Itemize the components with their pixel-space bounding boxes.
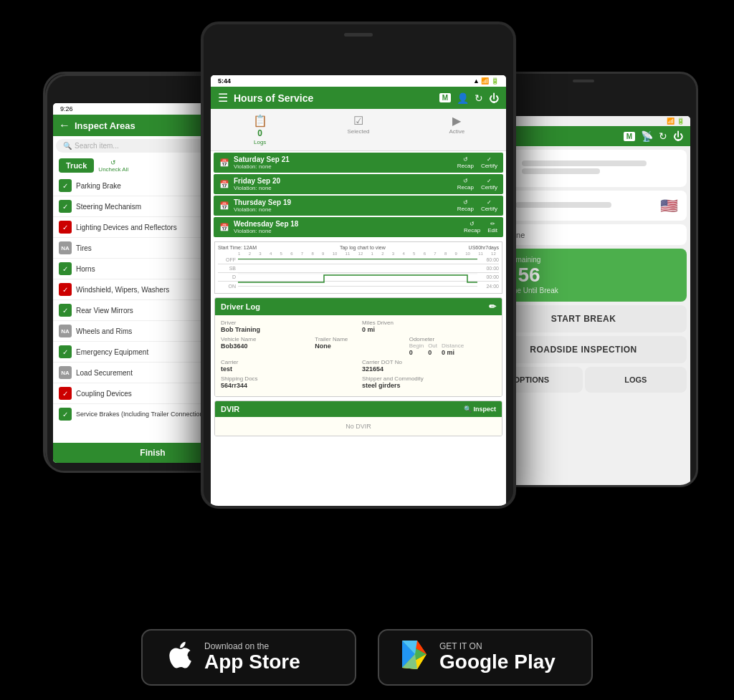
item-icon: ✓ [59,408,72,421]
hos-header: ☰ Hours of Service M 👤 ↻ ⏻ [211,87,506,109]
vehicle-bar [515,202,611,208]
item-icon: ✓ [59,387,72,400]
app-store-text: Download on the App Store [204,641,300,673]
right-icons: 📶 🔋 [667,118,685,125]
profile-info [522,160,678,176]
tab-logs[interactable]: 📋 0 Logs [211,112,309,148]
log-entry[interactable]: 📅 Thursday Sep 19 Violation: none ↺Recap… [214,196,503,216]
recap-icon[interactable]: ↺Recap [457,178,474,191]
certify-icon[interactable]: ✓Certify [481,178,497,191]
tab-active[interactable]: ▶ Active [408,112,506,148]
log-violation: Violation: none [234,206,457,213]
dvir-header: DVIR 🔍 Inspect [215,401,502,417]
uncheck-all-button[interactable]: ↺ Uncheck All [98,159,128,173]
log-entry[interactable]: 📅 Wednesday Sep 18 Violation: none ↺Reca… [214,217,503,237]
center-time: 5:44 [218,77,231,85]
item-label: Emergency Equipment [76,348,148,356]
google-play-large: Google Play [439,651,556,673]
item-label: Tires [76,244,92,252]
menu-icon[interactable]: ☰ [218,91,228,105]
google-play-small: GET IT ON [439,641,556,651]
chart-tap-text: Tap log chart to view [340,245,386,250]
item-icon: ✓ [59,221,72,234]
tab-bar: 📋 0 Logs ☑ Selected ▶ Active [211,109,506,151]
item-icon: ✓ [59,200,72,213]
tab-selected[interactable]: ☑ Selected [309,112,407,148]
hos-exit-icon[interactable]: ⏻ [489,92,499,104]
recap-icon[interactable]: ↺Recap [464,221,480,234]
dvir-body: No DVIR [215,417,502,436]
chart-area[interactable]: Start Time: 12AM Tap log chart to view U… [214,241,502,294]
log-entries: 📅 Saturday Sep 21 Violation: none ↺Recap… [211,151,506,239]
log-date: Thursday Sep 19 [234,198,457,206]
item-label: Load Securement [76,369,133,377]
truck-button[interactable]: Truck [59,158,94,173]
item-label: Coupling Devices [76,390,132,398]
logs-button[interactable]: LOGS [585,367,687,393]
recap-icon[interactable]: ↺Recap [457,199,474,212]
item-label: Windshield, Wipers, Washers [76,286,169,294]
item-label: Wheels and Rims [76,327,132,335]
right-refresh-icon[interactable]: ↻ [659,130,667,142]
right-exit-icon[interactable]: ⏻ [673,130,683,142]
center-status-bar: 5:44 ▲ 📶 🔋 [211,75,506,87]
left-time: 9:26 [60,105,73,112]
profile-sub-bar [522,168,600,174]
item-label: Parking Brake [76,182,121,190]
hos-m-icon: M [439,93,451,102]
google-play-icon [399,639,429,676]
chart-grid: OFF 60:00 SB 00:00 D [218,256,499,290]
item-label: Service Brakes (Including Trailer Connec… [76,411,209,418]
item-icon: NA [59,241,72,254]
driver-log-section: Driver Log ✏ Driver Bob Training Miles D… [214,297,502,397]
chart-start-time: Start Time: 12AM [218,245,257,250]
chart-cycle: US60hr7days [469,245,499,250]
log-violation: Violation: none [234,185,457,191]
item-label: Steering Mechanism [76,203,141,211]
right-wifi-icon: 📡 [641,130,653,142]
item-icon: ✓ [59,304,72,317]
driver-log-body: Driver Bob Training Miles Driven 0 mi Ve… [215,315,502,396]
time-value: 07:56 [489,264,678,287]
log-entry[interactable]: 📅 Friday Sep 20 Violation: none ↺Recap ✓… [214,174,503,194]
item-label: Horns [76,265,95,273]
right-m-badge: M [624,132,635,141]
dvir-inspect[interactable]: 🔍 Inspect [464,406,496,413]
app-store-large: App Store [204,651,300,673]
driver-log-header: Driver Log ✏ [215,298,502,315]
google-play-button[interactable]: GET IT ON Google Play [378,629,593,686]
log-violation: Violation: none [234,163,457,170]
store-buttons: Download on the App Store GET IT ON Goog… [0,629,734,686]
time-remaining-label: Time Remaining [489,256,678,264]
log-date: Wednesday Sep 18 [234,220,464,228]
item-icon: ✓ [59,262,72,275]
duty-until-break: Duty Time Until Break [489,287,678,294]
item-icon: ✓ [59,179,72,192]
hos-person-icon[interactable]: 👤 [457,92,469,104]
center-screen: 5:44 ▲ 📶 🔋 ☰ Hours of Service M 👤 ↻ ⏻ 📋 … [211,75,506,509]
no-dvir-label: No DVIR [345,423,371,430]
log-violation: Violation: none [234,228,464,234]
item-icon: ✓ [59,283,72,296]
center-device: 5:44 ▲ 📶 🔋 ☰ Hours of Service M 👤 ↻ ⏻ 📋 … [201,21,516,509]
item-label: Lighting Devices and Reflectors [76,224,177,231]
hos-refresh-icon[interactable]: ↻ [475,92,483,104]
recap-icon[interactable]: ↺Recap [457,156,474,169]
apple-icon [163,639,194,676]
log-date: Friday Sep 20 [234,177,457,185]
app-store-small: Download on the [204,641,300,651]
item-label: Rear View Mirrors [76,307,133,315]
edit-icon[interactable]: ✏Edit [487,221,497,234]
dvir-section: DVIR 🔍 Inspect No DVIR [214,401,502,436]
item-icon: NA [59,366,72,379]
google-play-text: GET IT ON Google Play [439,641,556,673]
search-placeholder: Search item... [75,142,119,150]
edit-log-icon[interactable]: ✏ [489,302,496,312]
certify-icon[interactable]: ✓Certify [481,156,497,169]
back-arrow-icon[interactable]: ← [59,119,70,132]
log-entry[interactable]: 📅 Saturday Sep 21 Violation: none ↺Recap… [214,153,503,173]
app-store-button[interactable]: Download on the App Store [141,629,356,686]
log-date: Saturday Sep 21 [234,155,457,163]
certify-icon[interactable]: ✓Certify [481,199,497,212]
item-icon: ✓ [59,345,72,358]
